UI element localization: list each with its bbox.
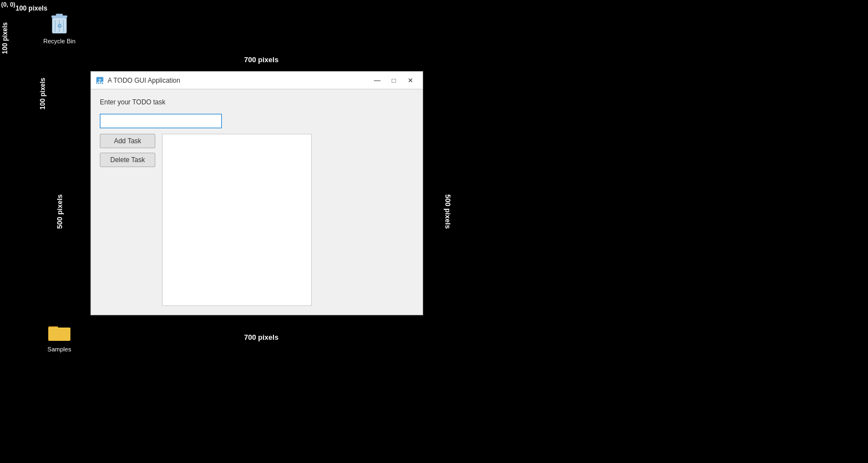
- samples-folder-icon[interactable]: Samples: [37, 319, 82, 355]
- input-label: Enter your TODO task: [100, 98, 414, 106]
- window-right-height-annotation: 500 pixels: [444, 194, 452, 229]
- recycle-bin-image: ♻: [48, 13, 70, 36]
- main-area: Add Task Delete Task: [100, 134, 414, 306]
- svg-rect-10: [48, 329, 70, 340]
- todo-task-input[interactable]: [100, 114, 222, 128]
- samples-label: Samples: [48, 346, 72, 353]
- delete-task-button[interactable]: Delete Task: [100, 153, 155, 167]
- maximize-button[interactable]: □: [386, 74, 402, 87]
- top-width-annotation: 100 pixels: [16, 4, 47, 12]
- left-height-annotation: 100 pixels: [1, 22, 9, 54]
- samples-folder-image: [48, 321, 70, 344]
- todo-window: T A TODO GUI Application — □ ✕ Enter you…: [90, 71, 423, 315]
- window-controls: — □ ✕: [369, 74, 418, 87]
- close-button[interactable]: ✕: [403, 74, 418, 87]
- svg-text:♻: ♻: [57, 23, 62, 29]
- h-offset-annotation: 100 pixels: [93, 80, 125, 88]
- window-left-height-annotation: 500 pixels: [55, 194, 64, 229]
- minimize-button[interactable]: —: [369, 74, 385, 87]
- add-task-button[interactable]: Add Task: [100, 134, 155, 148]
- task-list[interactable]: [162, 134, 312, 306]
- recycle-bin-label: Recycle Bin: [43, 38, 75, 44]
- window-title: A TODO GUI Application: [108, 77, 369, 84]
- recycle-bin-icon[interactable]: ♻ Recycle Bin: [37, 11, 82, 47]
- v-offset-annotation: 100 pixels: [39, 78, 47, 109]
- buttons-area: Add Task Delete Task: [100, 134, 155, 167]
- window-bottom-width-annotation: 700 pixels: [244, 333, 278, 341]
- window-content: Enter your TODO task Add Task Delete Tas…: [91, 89, 423, 315]
- window-top-width-annotation: 700 pixels: [244, 56, 278, 64]
- window-titlebar[interactable]: T A TODO GUI Application — □ ✕: [91, 72, 423, 89]
- svg-rect-1: [56, 14, 63, 16]
- origin-label: (0, 0): [1, 1, 16, 8]
